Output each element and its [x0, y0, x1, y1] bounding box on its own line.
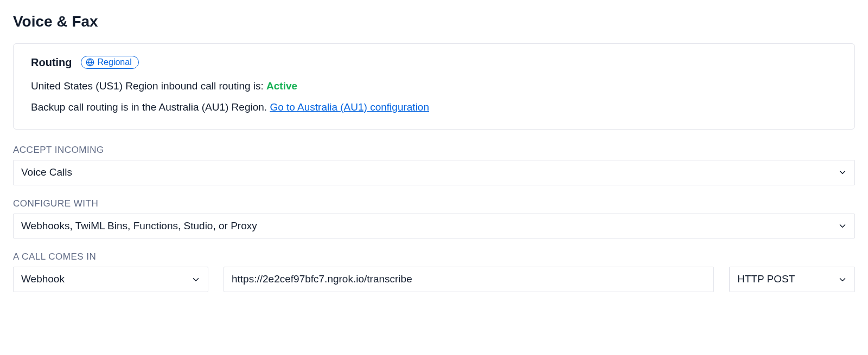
call-method-col: HTTP POST	[729, 267, 855, 292]
call-handler-col: Webhook	[13, 267, 208, 292]
call-method-select-wrap: HTTP POST	[729, 267, 855, 292]
accept-incoming-label: ACCEPT INCOMING	[13, 145, 855, 156]
call-method-select[interactable]: HTTP POST	[729, 267, 855, 292]
call-comes-in-label: A CALL COMES IN	[13, 251, 855, 262]
routing-status-value: Active	[266, 80, 297, 92]
call-handler-select[interactable]: Webhook	[13, 267, 208, 292]
routing-status-line: United States (US1) Region inbound call …	[31, 79, 837, 94]
page-title: Voice & Fax	[13, 13, 855, 30]
call-handler-select-wrap: Webhook	[13, 267, 208, 292]
call-url-col	[224, 267, 714, 292]
routing-status-prefix: United States (US1) Region inbound call …	[31, 80, 266, 92]
routing-backup-link[interactable]: Go to Australia (AU1) configuration	[270, 101, 429, 113]
configure-with-select[interactable]: Webhooks, TwiML Bins, Functions, Studio,…	[13, 214, 855, 239]
routing-header: Routing Regional	[31, 56, 837, 69]
accept-incoming-section: ACCEPT INCOMING Voice Calls	[13, 145, 855, 185]
accept-incoming-select[interactable]: Voice Calls	[13, 160, 855, 185]
configure-with-section: CONFIGURE WITH Webhooks, TwiML Bins, Fun…	[13, 198, 855, 239]
regional-badge-label: Regional	[98, 58, 132, 67]
call-comes-in-row: Webhook HTTP POST	[13, 267, 855, 292]
routing-backup-line: Backup call routing is in the Australia …	[31, 100, 837, 115]
globe-icon	[86, 58, 94, 67]
accept-incoming-select-wrap: Voice Calls	[13, 160, 855, 185]
call-comes-in-section: A CALL COMES IN Webhook HTTP POST	[13, 251, 855, 292]
call-url-input[interactable]	[224, 267, 714, 292]
routing-backup-text: Backup call routing is in the Australia …	[31, 101, 270, 113]
regional-badge[interactable]: Regional	[81, 56, 139, 69]
routing-title: Routing	[31, 56, 72, 69]
routing-card: Routing Regional United States (US1) Reg…	[13, 43, 855, 130]
configure-with-label: CONFIGURE WITH	[13, 198, 855, 209]
configure-with-select-wrap: Webhooks, TwiML Bins, Functions, Studio,…	[13, 214, 855, 239]
